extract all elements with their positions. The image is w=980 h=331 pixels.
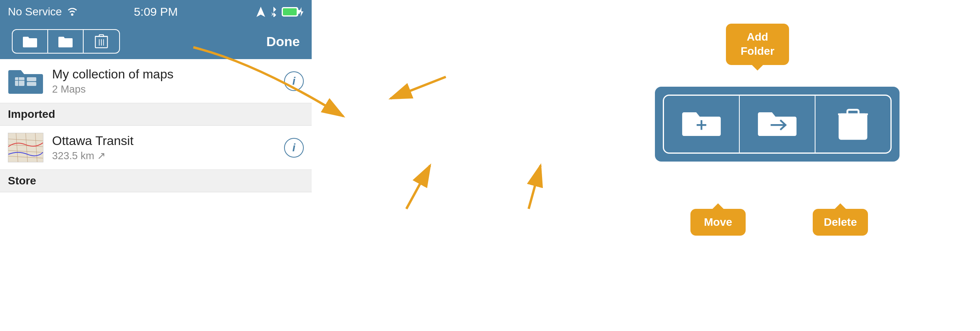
toolbar: Done bbox=[0, 24, 312, 59]
status-right bbox=[256, 7, 304, 17]
add-folder-button[interactable] bbox=[13, 30, 48, 53]
big-toolbar bbox=[655, 87, 900, 162]
done-button[interactable]: Done bbox=[266, 34, 300, 49]
svg-rect-8 bbox=[15, 77, 24, 86]
collection-title: My collection of maps bbox=[52, 67, 284, 82]
collection-info-button[interactable]: i bbox=[284, 71, 304, 91]
device-panel: No Service 5:09 PM bbox=[0, 0, 312, 331]
battery-icon bbox=[282, 7, 304, 17]
store-section-header: Store bbox=[0, 170, 312, 192]
ottawa-text: Ottawa Transit 323.5 km ↗ bbox=[52, 134, 284, 162]
add-folder-tooltip-text: Add Folder bbox=[741, 31, 774, 57]
add-folder-tooltip: Add Folder bbox=[726, 24, 789, 65]
delete-button[interactable] bbox=[84, 30, 119, 53]
svg-rect-9 bbox=[27, 77, 36, 81]
callout-area: Add Folder Move Delete bbox=[312, 0, 980, 331]
move-tooltip: Move bbox=[690, 209, 746, 236]
move-button[interactable] bbox=[48, 30, 84, 53]
delete-tooltip: Delete bbox=[813, 209, 868, 236]
bluetooth-icon bbox=[270, 7, 277, 17]
big-add-folder-icon bbox=[682, 108, 721, 141]
trash-icon bbox=[94, 34, 108, 48]
ottawa-info-button[interactable]: i bbox=[284, 138, 304, 158]
ottawa-subtitle: 323.5 km ↗ bbox=[52, 150, 284, 162]
collection-folder-icon bbox=[8, 66, 43, 96]
location-icon bbox=[256, 7, 265, 17]
toolbar-button-group bbox=[12, 29, 120, 54]
big-trash-icon bbox=[837, 108, 869, 141]
big-add-folder-button[interactable] bbox=[664, 96, 740, 152]
big-move-folder-icon bbox=[757, 108, 797, 141]
collection-list-item[interactable]: My collection of maps 2 Maps i bbox=[0, 59, 312, 103]
ottawa-transit-list-item[interactable]: Ottawa Transit 323.5 km ↗ i bbox=[0, 126, 312, 170]
svg-rect-10 bbox=[27, 82, 36, 86]
svg-rect-2 bbox=[283, 8, 297, 15]
status-time: 5:09 PM bbox=[134, 5, 178, 19]
ottawa-title: Ottawa Transit bbox=[52, 134, 284, 148]
big-move-button[interactable] bbox=[740, 96, 815, 152]
collection-subtitle: 2 Maps bbox=[52, 83, 284, 95]
add-folder-icon bbox=[23, 34, 37, 48]
ottawa-transit-thumbnail bbox=[8, 133, 43, 162]
status-left: No Service bbox=[8, 6, 79, 18]
charging-icon bbox=[298, 7, 304, 17]
collection-text: My collection of maps 2 Maps bbox=[52, 67, 284, 95]
status-bar: No Service 5:09 PM bbox=[0, 0, 312, 24]
no-service-text: No Service bbox=[8, 6, 62, 18]
big-delete-button[interactable] bbox=[815, 96, 890, 152]
big-toolbar-buttons bbox=[663, 95, 892, 154]
move-tooltip-text: Move bbox=[704, 216, 732, 228]
wifi-icon bbox=[66, 6, 79, 18]
move-folder-icon bbox=[58, 34, 73, 48]
delete-tooltip-text: Delete bbox=[824, 216, 857, 228]
imported-section-header: Imported bbox=[0, 103, 312, 126]
